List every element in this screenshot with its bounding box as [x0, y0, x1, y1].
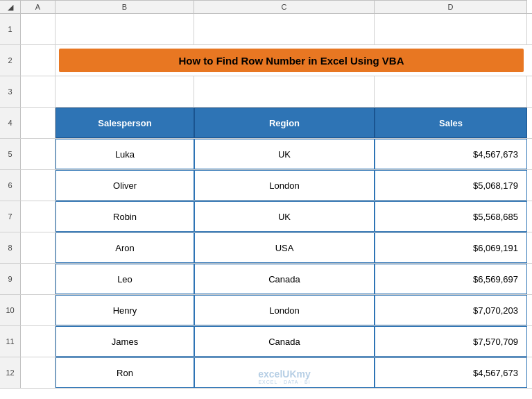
cell-a12 [21, 357, 55, 388]
cell-region-12: excelUKmy EXCEL · DATA · BI [194, 357, 375, 388]
cell-a1 [21, 14, 55, 44]
cell-salesperson-11: James [55, 326, 194, 357]
table-header-row: 4 Salesperson Region Sales [0, 108, 532, 139]
cell-sales-8: $6,069,191 [375, 232, 527, 263]
cell-a6 [21, 170, 55, 201]
table-row: 6 Oliver London $5,068,179 [0, 170, 532, 201]
spreadsheet: ◢ A B C D 1 2 How to Find Row Number in … [0, 0, 532, 399]
table-row: 8 Aron USA $6,069,191 [0, 232, 532, 264]
cell-d3 [375, 76, 527, 107]
col-header-sales: Sales [375, 108, 527, 138]
row-number: 11 [0, 326, 21, 357]
title-row: 2 How to Find Row Number in Excel Using … [0, 45, 532, 76]
cell-d1 [375, 14, 527, 44]
watermark: excelUKmy EXCEL · DATA · BI [258, 368, 311, 384]
table-row: 7 Robin UK $5,568,685 [0, 201, 532, 232]
col-header-b: B [55, 0, 194, 13]
table-row: 5 Luka UK $4,567,673 [0, 139, 532, 170]
cell-salesperson-6: Oliver [55, 170, 194, 201]
table-row: 9 Leo Canada $6,569,697 [0, 264, 532, 295]
cell-salesperson-10: Henry [55, 295, 194, 325]
table-row: 12 Ron excelUKmy EXCEL · DATA · BI $4,56… [0, 357, 532, 389]
row-number: 7 [0, 201, 21, 232]
cell-region-10: London [194, 295, 375, 325]
col-header-salesperson: Salesperson [55, 108, 194, 138]
row-number: 2 [0, 45, 21, 76]
col-header-a: A [21, 0, 55, 13]
cell-region-5: UK [194, 139, 375, 169]
row-number: 8 [0, 232, 21, 263]
cell-region-6: London [194, 170, 375, 201]
column-headers: ◢ A B C D [0, 0, 532, 14]
row-number: 3 [0, 76, 21, 107]
row-number: 5 [0, 139, 21, 169]
watermark-sub: EXCEL · DATA · BI [258, 380, 310, 384]
cell-b3 [55, 76, 194, 107]
cell-region-11: Canada [194, 326, 375, 357]
cell-region-9: Canada [194, 264, 375, 294]
row-number: 12 [0, 357, 21, 388]
cell-salesperson-7: Robin [55, 201, 194, 232]
corner-header: ◢ [0, 0, 21, 13]
cell-sales-6: $5,068,179 [375, 170, 527, 201]
cell-sales-7: $5,568,685 [375, 201, 527, 232]
cell-a10 [21, 295, 55, 325]
cell-c3 [194, 76, 375, 107]
spreadsheet-title: How to Find Row Number in Excel Using VB… [59, 49, 524, 72]
col-header-c: C [194, 0, 375, 13]
cell-a7 [21, 201, 55, 232]
cell-a2 [21, 45, 55, 76]
cell-a4 [21, 108, 55, 138]
table-row: 3 [0, 76, 532, 108]
cell-b1 [55, 14, 194, 44]
row-number: 6 [0, 170, 21, 201]
table-row: 1 [0, 14, 532, 45]
cell-c1 [194, 14, 375, 44]
cell-region-8: USA [194, 232, 375, 263]
cell-salesperson-9: Leo [55, 264, 194, 294]
cell-a8 [21, 232, 55, 263]
row-number: 10 [0, 295, 21, 325]
cell-a11 [21, 326, 55, 357]
cell-region-7: UK [194, 201, 375, 232]
cell-sales-10: $7,070,203 [375, 295, 527, 325]
cell-a5 [21, 139, 55, 169]
cell-salesperson-5: Luka [55, 139, 194, 169]
row-number: 9 [0, 264, 21, 294]
cell-a3 [21, 76, 55, 107]
table-row: 11 James Canada $7,570,709 [0, 326, 532, 357]
grid-body: 1 2 How to Find Row Number in Excel Usin… [0, 14, 532, 399]
col-header-d: D [375, 0, 527, 13]
cell-sales-12: $4,567,673 [375, 357, 527, 388]
col-header-region: Region [194, 108, 375, 138]
watermark-logo: excelUKmy [258, 368, 311, 380]
cell-salesperson-12: Ron [55, 357, 194, 388]
cell-sales-5: $4,567,673 [375, 139, 527, 169]
cell-a9 [21, 264, 55, 294]
row-number: 1 [0, 14, 21, 44]
cell-sales-9: $6,569,697 [375, 264, 527, 294]
cell-salesperson-8: Aron [55, 232, 194, 263]
cell-sales-11: $7,570,709 [375, 326, 527, 357]
table-row: 10 Henry London $7,070,203 [0, 295, 532, 326]
title-container: How to Find Row Number in Excel Using VB… [55, 45, 527, 76]
row-number: 4 [0, 108, 21, 138]
